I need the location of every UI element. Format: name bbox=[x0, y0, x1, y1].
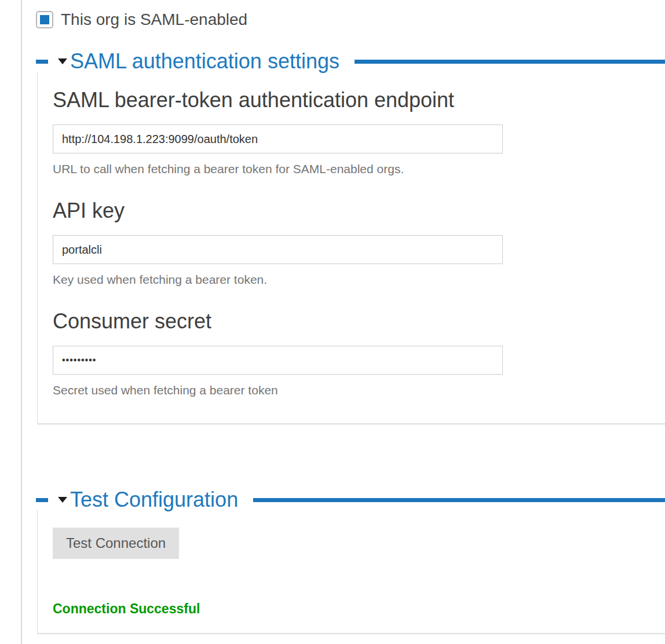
consumer-secret-input[interactable] bbox=[53, 346, 503, 375]
test-configuration-fieldset: Test Connection Connection Successful bbox=[37, 510, 665, 634]
saml-section-title[interactable]: SAML authentication settings bbox=[70, 49, 339, 74]
saml-enabled-label: This org is SAML-enabled bbox=[61, 10, 247, 29]
saml-endpoint-help: URL to call when fetching a bearer token… bbox=[53, 162, 665, 177]
test-section-title[interactable]: Test Configuration bbox=[70, 488, 238, 512]
section-gap bbox=[36, 425, 665, 489]
consumer-secret-help: Secret used when fetching a bearer token bbox=[53, 383, 665, 398]
api-key-label: API key bbox=[53, 197, 665, 224]
consumer-secret-field: Consumer secret Secret used when fetchin… bbox=[53, 308, 665, 398]
header-rule bbox=[355, 60, 665, 64]
consumer-secret-label: Consumer secret bbox=[53, 308, 665, 334]
test-section-header: Test Configuration bbox=[36, 489, 665, 510]
header-dash bbox=[36, 498, 48, 502]
test-connection-button[interactable]: Test Connection bbox=[53, 528, 179, 559]
api-key-input[interactable] bbox=[53, 235, 503, 264]
saml-section-header: SAML authentication settings bbox=[36, 51, 665, 72]
saml-settings-fieldset: SAML bearer-token authentication endpoin… bbox=[37, 72, 665, 425]
saml-endpoint-input[interactable] bbox=[53, 125, 503, 153]
page-left-rule bbox=[21, 0, 22, 644]
checkbox-checked-mark-icon bbox=[40, 15, 49, 24]
collapse-caret-icon[interactable] bbox=[58, 58, 67, 64]
saml-enabled-row: This org is SAML-enabled bbox=[36, 10, 665, 29]
collapse-caret-icon[interactable] bbox=[58, 497, 67, 503]
saml-endpoint-label: SAML bearer-token authentication endpoin… bbox=[53, 87, 665, 113]
saml-endpoint-field: SAML bearer-token authentication endpoin… bbox=[53, 87, 665, 177]
api-key-field: API key Key used when fetching a bearer … bbox=[53, 197, 665, 287]
settings-form: This org is SAML-enabled SAML authentica… bbox=[0, 0, 665, 634]
api-key-help: Key used when fetching a bearer token. bbox=[53, 272, 665, 287]
saml-enabled-checkbox[interactable] bbox=[36, 11, 53, 28]
header-dash bbox=[36, 60, 48, 64]
header-rule bbox=[253, 498, 665, 502]
connection-status-message: Connection Successful bbox=[53, 601, 665, 617]
